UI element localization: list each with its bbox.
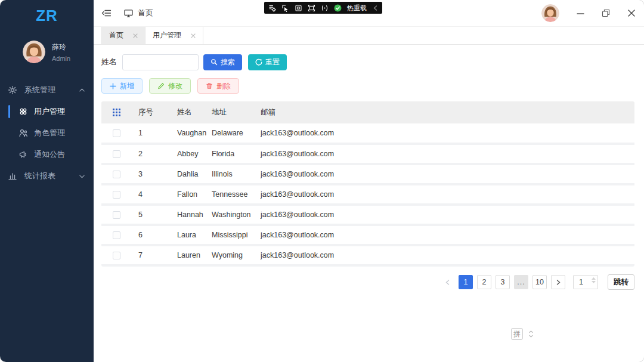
cell-email: jack163@outlook.com [261,205,634,225]
cell-email: jack163@outlook.com [261,225,634,245]
name-filter-input[interactable] [122,54,199,70]
table-row[interactable]: 5 Hannah Washington jack163@outlook.com [101,205,634,225]
col-header-name: 姓名 [177,101,212,123]
restore-window-button[interactable] [602,9,610,17]
sidebar-item-label: 系统管理 [24,85,55,95]
row-checkbox[interactable] [113,191,120,199]
col-header-email: 邮箱 [261,101,634,123]
row-checkbox[interactable] [113,231,120,239]
minimize-button[interactable] [577,10,584,17]
cell-address: Wyoming [212,245,261,265]
reset-button[interactable]: 重置 [248,54,287,70]
cell-address: Mississippi [212,225,261,245]
table-row[interactable]: 6 Laura Mississippi jack163@outlook.com [101,225,634,245]
cell-address: Delaware [212,123,261,144]
cell-name: Vaughan [177,123,212,144]
table-row[interactable]: 3 Dahlia Illinois jack163@outlook.com [101,164,634,184]
tab[interactable]: 用户管理 [145,27,203,44]
select-widget-icon[interactable] [281,4,289,12]
tab-bar: 首页 用户管理 [94,27,644,45]
user-avatar[interactable] [23,41,45,63]
frame-bounds-icon[interactable] [295,4,302,12]
add-button-label: 新增 [120,81,134,91]
page-button[interactable]: 1 [459,275,473,289]
close-icon[interactable] [133,33,138,38]
tab[interactable]: 首页 [101,27,145,44]
cell-name: Abbey [177,144,212,164]
pagination: 123...10 跳转 [101,274,634,290]
sidebar-item-label: 角色管理 [34,128,65,138]
table-row[interactable]: 2 Abbey Florida jack163@outlook.com [101,144,634,164]
sidebar-item-system[interactable]: 系统管理 [0,79,94,101]
cell-email: jack163@outlook.com [261,245,634,265]
cell-no: 1 [138,123,177,144]
cell-name: Laura [177,225,212,245]
close-icon[interactable] [191,33,196,38]
collapse-sidebar-icon[interactable] [101,8,112,18]
pencil-icon [157,82,165,89]
hot-reload-icon[interactable] [334,4,342,12]
close-window-button[interactable] [627,9,636,17]
page-button[interactable]: ... [514,275,528,289]
cell-name: Fallon [177,184,212,205]
debug-paint-icon[interactable] [268,4,276,12]
cell-no: 6 [138,225,177,245]
header-right [541,4,636,22]
sidebar-item-label: 用户管理 [34,106,65,117]
sidebar-item-roles[interactable]: 角色管理 [0,122,94,144]
table-row[interactable]: 7 Lauren Wyoming jack163@outlook.com [101,245,634,265]
stepper-arrows-icon[interactable] [592,277,596,283]
col-header-address: 地址 [212,101,261,123]
role-icon [18,128,28,138]
row-checkbox[interactable] [113,171,120,178]
delete-button[interactable]: 删除 [197,78,239,94]
prev-page-button[interactable] [440,275,454,289]
cell-no: 3 [138,164,177,184]
row-checkbox[interactable] [113,211,120,219]
transform-icon[interactable] [308,4,315,12]
ime-indicator[interactable]: 拼 [511,328,534,340]
row-checkbox[interactable] [113,150,120,158]
performance-icon[interactable] [321,4,329,12]
cell-name: Dahlia [177,164,212,184]
monitor-icon[interactable] [123,8,134,18]
page-button[interactable]: 3 [496,275,510,289]
page-button[interactable]: 2 [477,275,491,289]
cell-no: 2 [138,144,177,164]
main-content: 姓名 搜索 重置 [94,45,644,362]
add-button[interactable]: 新增 [101,78,143,94]
edit-button-label: 修改 [168,81,182,91]
breadcrumb[interactable]: 首页 [138,8,153,18]
page-jump-button[interactable]: 跳转 [608,274,634,290]
edit-button[interactable]: 修改 [149,78,191,94]
table-row[interactable]: 4 Fallon Tennessee jack163@outlook.com [101,184,634,205]
row-checkbox[interactable] [113,129,120,137]
column-grid-icon[interactable] [113,109,138,116]
plus-icon [110,83,116,89]
bar-chart-icon [7,171,17,181]
header-avatar[interactable] [541,4,559,22]
cell-email: jack163@outlook.com [261,123,634,144]
user-name: 薛玲 [52,42,70,52]
search-button[interactable]: 搜索 [203,54,242,70]
search-button-label: 搜索 [221,57,235,67]
ime-mode-badge[interactable]: 拼 [511,328,523,340]
chevron-down-icon [79,173,85,180]
sidebar-item-users[interactable]: 用户管理 [0,101,94,122]
cell-no: 7 [138,245,177,265]
table-row[interactable]: 1 Vaughan Delaware jack163@outlook.com [101,123,634,144]
cell-email: jack163@outlook.com [261,144,634,164]
page-button[interactable]: 10 [532,275,547,289]
collapse-toolbar-icon[interactable] [373,5,378,11]
sidebar: ZR 薛玲 Admin [0,0,94,362]
next-page-button[interactable] [551,275,565,289]
sidebar-item-notices[interactable]: 通知公告 [0,144,94,165]
debug-toolbar: 热重载 [264,2,382,14]
action-row: 新增 修改 删除 [101,78,634,94]
sidebar-item-reports[interactable]: 统计报表 [0,165,94,187]
row-checkbox[interactable] [113,252,120,259]
cell-email: jack163@outlook.com [261,184,634,205]
chevron-up-icon [79,87,85,94]
cell-email: jack163@outlook.com [261,164,634,184]
col-header-no: 序号 [138,101,177,123]
